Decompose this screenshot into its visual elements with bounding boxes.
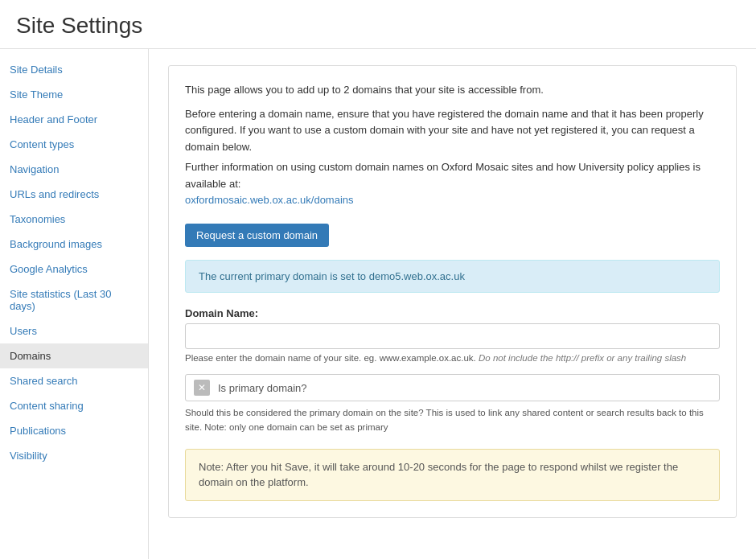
request-custom-domain-button[interactable]: Request a custom domain <box>185 224 329 247</box>
note-box: Note: After you hit Save, it will take a… <box>185 449 720 501</box>
sidebar-item-header-footer[interactable]: Header and Footer <box>0 107 148 132</box>
domain-name-label: Domain Name: <box>185 307 720 319</box>
domain-name-input[interactable] <box>185 323 720 349</box>
domain-hint: Please enter the domain name of your sit… <box>185 353 720 363</box>
page-title: Site Settings <box>16 13 740 39</box>
intro-line1: This page allows you to add up to 2 doma… <box>185 82 720 98</box>
note-text: Note: After you hit Save, it will take a… <box>199 461 678 489</box>
sidebar-item-visibility[interactable]: Visibility <box>0 443 148 468</box>
sidebar-item-content-types[interactable]: Content types <box>0 132 148 157</box>
sidebar-item-publications[interactable]: Publications <box>0 418 148 443</box>
is-primary-row[interactable]: ✕ Is primary domain? <box>185 374 720 401</box>
sidebar-item-navigation[interactable]: Navigation <box>0 157 148 182</box>
sidebar-item-site-theme[interactable]: Site Theme <box>0 82 148 107</box>
main-content: This page allows you to add up to 2 doma… <box>149 49 756 559</box>
sidebar-item-shared-search[interactable]: Shared search <box>0 368 148 393</box>
domain-link[interactable]: oxfordmosaic.web.ox.ac.uk/domains <box>185 194 354 206</box>
page-header: Site Settings <box>0 0 756 49</box>
content-box: This page allows you to add up to 2 doma… <box>168 65 737 518</box>
info-line2: Before entering a domain name, ensure th… <box>185 106 720 156</box>
sidebar: Site DetailsSite ThemeHeader and FooterC… <box>0 49 149 559</box>
domain-hint-static: Please enter the domain name of your sit… <box>185 353 476 363</box>
primary-domain-notice: The current primary domain is set to dem… <box>185 260 720 293</box>
is-primary-checkbox[interactable]: ✕ <box>194 380 210 396</box>
sidebar-item-content-sharing[interactable]: Content sharing <box>0 393 148 418</box>
is-primary-help: Should this be considered the primary do… <box>185 406 720 434</box>
sidebar-item-site-statistics[interactable]: Site statistics (Last 30 days) <box>0 282 148 319</box>
sidebar-item-google-analytics[interactable]: Google Analytics <box>0 257 148 282</box>
sidebar-item-background-images[interactable]: Background images <box>0 232 148 257</box>
domain-hint-italic: Do not include the http:// prefix or any… <box>479 353 686 363</box>
primary-domain-text: The current primary domain is set to dem… <box>199 270 465 282</box>
sidebar-item-urls-redirects[interactable]: URLs and redirects <box>0 182 148 207</box>
sidebar-item-users[interactable]: Users <box>0 319 148 343</box>
sidebar-item-site-details[interactable]: Site Details <box>0 57 148 82</box>
is-primary-label: Is primary domain? <box>218 382 307 394</box>
sidebar-item-domains[interactable]: Domains <box>0 343 148 368</box>
sidebar-item-taxonomies[interactable]: Taxonomies <box>0 207 148 232</box>
info-line3: Further information on using custom doma… <box>185 159 720 209</box>
info-line3-text: Further information on using custom doma… <box>185 161 701 190</box>
